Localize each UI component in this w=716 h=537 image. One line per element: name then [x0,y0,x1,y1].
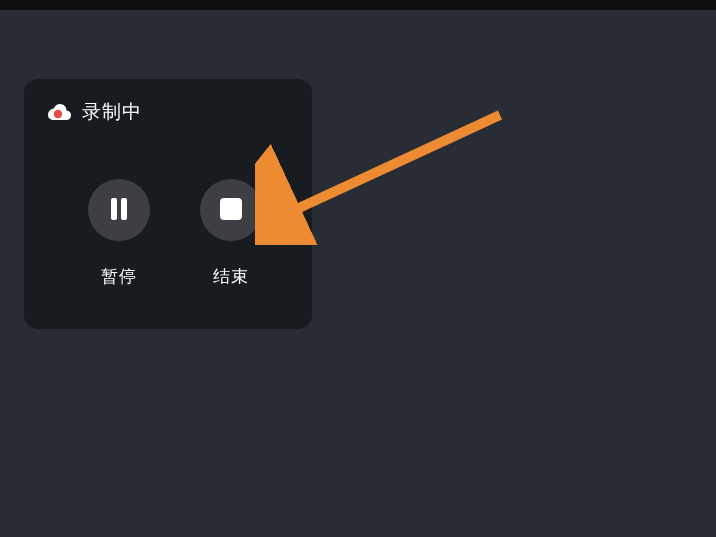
svg-rect-1 [111,198,117,220]
stop-button[interactable] [200,179,262,241]
svg-rect-2 [121,198,127,220]
controls-row: 暂停 结束 [88,179,290,288]
svg-rect-3 [220,198,242,220]
stop-label: 结束 [213,265,249,288]
pause-icon [109,198,129,223]
svg-point-0 [54,110,62,118]
pause-button[interactable] [88,179,150,241]
panel-header: 录制中 [46,99,290,125]
top-bar [0,0,716,10]
cloud-recording-icon [46,102,72,122]
stop-control[interactable]: 结束 [200,179,262,288]
recording-panel: 录制中 暂停 结束 [24,79,312,329]
stop-icon [220,198,242,223]
pause-control[interactable]: 暂停 [88,179,150,288]
pause-label: 暂停 [101,265,137,288]
panel-title: 录制中 [82,99,142,125]
